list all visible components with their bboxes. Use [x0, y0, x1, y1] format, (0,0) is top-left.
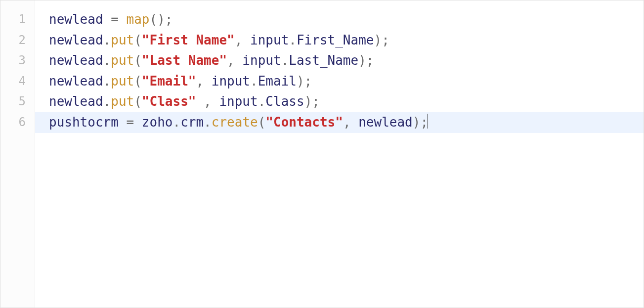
code-token: .	[103, 74, 111, 88]
code-token: .	[103, 94, 111, 109]
code-token: .	[172, 115, 180, 130]
code-token: "Contacts"	[265, 115, 343, 130]
code-line[interactable]: newlead.put("Class" , input.Class);	[49, 91, 644, 112]
code-token: ();	[150, 12, 173, 27]
line-number: 6	[0, 112, 35, 133]
code-token: );	[304, 94, 320, 109]
code-token: );	[374, 33, 389, 47]
code-token: First_Name	[297, 33, 374, 47]
code-token: zoho	[142, 115, 173, 130]
code-token: newlead	[358, 115, 413, 130]
code-line[interactable]: newlead = map();	[49, 9, 644, 30]
code-token: Class	[265, 94, 304, 109]
code-token: .	[204, 115, 212, 130]
code-token: input	[250, 33, 289, 47]
code-line[interactable]: pushtocrm = zoho.crm.create("Contacts", …	[35, 112, 644, 133]
code-token: Email	[258, 74, 297, 88]
code-token: "Last Name"	[142, 53, 227, 68]
code-token: Last_Name	[289, 53, 358, 68]
text-cursor	[428, 114, 428, 129]
line-number: 4	[0, 71, 35, 92]
code-token: "Email"	[142, 74, 196, 88]
code-token: put	[111, 33, 134, 47]
code-line[interactable]: newlead.put("First Name", input.First_Na…	[49, 30, 644, 51]
code-token: );	[297, 74, 312, 88]
line-number: 2	[0, 30, 35, 51]
code-token: newlead	[49, 53, 103, 68]
code-token: ,	[343, 115, 358, 130]
code-editor[interactable]: 123456 newlead = map();newlead.put("Firs…	[0, 0, 644, 308]
code-line[interactable]: newlead.put("Email", input.Email);	[49, 71, 644, 92]
code-token: (	[134, 94, 142, 109]
line-number: 1	[0, 9, 35, 30]
code-token: (	[134, 74, 142, 88]
code-token: ,	[196, 74, 211, 88]
line-number: 5	[0, 91, 35, 112]
code-token: =	[103, 12, 127, 27]
code-token: input	[219, 94, 258, 109]
code-token: (	[134, 33, 142, 47]
line-gutter: 123456	[0, 0, 35, 308]
code-token: map	[127, 12, 150, 27]
code-token: put	[111, 94, 134, 109]
code-token: crm	[180, 115, 204, 130]
code-token: =	[119, 115, 142, 130]
code-token: .	[103, 53, 111, 68]
code-token: .	[258, 94, 266, 109]
code-token: "First Name"	[142, 33, 235, 47]
code-token: put	[111, 53, 134, 68]
code-token: newlead	[49, 33, 103, 47]
code-token: );	[358, 53, 374, 68]
code-token: ,	[235, 33, 250, 47]
code-token: create	[212, 115, 258, 130]
code-token: );	[413, 115, 428, 130]
code-token: (	[134, 53, 142, 68]
line-number: 3	[0, 50, 35, 71]
code-token: .	[103, 33, 111, 47]
code-token: "Class"	[142, 94, 196, 109]
code-token: ,	[227, 53, 242, 68]
code-token: newlead	[49, 94, 103, 109]
code-line[interactable]: newlead.put("Last Name", input.Last_Name…	[49, 50, 644, 71]
code-token: .	[281, 53, 289, 68]
code-token: .	[289, 33, 297, 47]
code-token: newlead	[49, 12, 103, 27]
code-token: newlead	[49, 74, 103, 88]
code-token: pushtocrm	[49, 115, 119, 130]
code-area[interactable]: newlead = map();newlead.put("First Name"…	[35, 0, 644, 133]
code-token: (	[258, 115, 266, 130]
code-token: .	[250, 74, 258, 88]
code-token: input	[212, 74, 250, 88]
code-token: put	[111, 74, 134, 88]
code-token: ,	[196, 94, 219, 109]
code-token: input	[242, 53, 281, 68]
